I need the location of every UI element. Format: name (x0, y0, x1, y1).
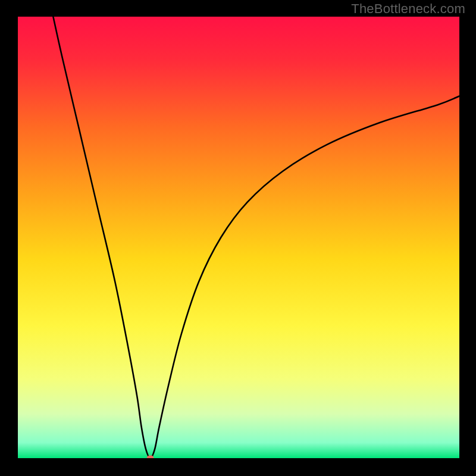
plot-area (18, 17, 459, 458)
plot-svg (18, 17, 459, 458)
chart-frame: TheBottleneck.com (0, 0, 476, 476)
gradient-background (18, 17, 459, 458)
watermark-text: TheBottleneck.com (351, 1, 465, 17)
